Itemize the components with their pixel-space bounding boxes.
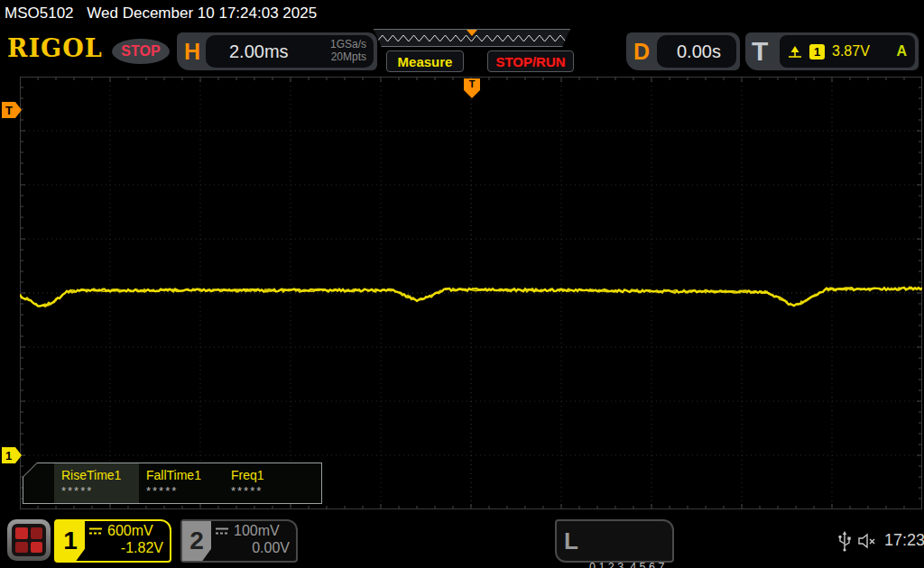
trigger-label: T xyxy=(752,36,768,67)
dc-coupling-icon xyxy=(88,527,103,536)
trigger-source-badge: 1 xyxy=(809,44,825,60)
menu-grid-square xyxy=(31,527,43,539)
bottom-bar: 1 600mV -1.82V 2 xyxy=(0,514,924,568)
header-bar: RIGOL STOP H 2.00ms 1GSa/s 20Mpts Measur… xyxy=(0,27,924,76)
measurement-value: ***** xyxy=(231,484,309,498)
datetime: Wed December 10 17:24:03 2025 xyxy=(87,5,317,22)
clock-time: 17:23 xyxy=(884,531,924,550)
horizontal-label: H xyxy=(184,39,200,65)
measurement-value: ***** xyxy=(61,484,139,498)
measurement-falltime[interactable]: FallTime1 ***** xyxy=(139,463,224,503)
trigger-position-marker[interactable]: T xyxy=(464,78,480,98)
channel2-offset: 0.00V xyxy=(215,540,290,556)
channel1-scale: 600mV xyxy=(107,523,153,539)
channel1-status-box[interactable]: 1 600mV -1.82V xyxy=(54,519,171,563)
measurement-freq[interactable]: Freq1 ***** xyxy=(224,463,309,503)
trigger-sweep-mode: A xyxy=(896,43,907,60)
timebase-value: 2.00ms xyxy=(229,41,289,62)
measure-button[interactable]: Measure xyxy=(386,50,464,72)
rising-edge-icon xyxy=(788,45,802,59)
menu-grid-square xyxy=(15,542,28,554)
measurement-label: FallTime1 xyxy=(146,468,224,482)
measurement-panel: RiseTime1 ***** FallTime1 ***** Freq1 **… xyxy=(23,463,322,504)
channel1-ground-marker[interactable]: 1 xyxy=(2,447,22,463)
logic-row-0-7: 0 1 2 3 4 5 6 7 xyxy=(589,559,686,568)
delay-menu-block[interactable]: D 0.00s xyxy=(626,32,740,70)
horizontal-values: 2.00ms 1GSa/s 20Mpts xyxy=(206,35,374,68)
channel1-values: 600mV -1.82V xyxy=(88,523,163,558)
menu-grid-square xyxy=(31,542,43,554)
trigger-values: 1 3.87V A xyxy=(780,35,915,68)
waveform-preview[interactable] xyxy=(374,29,570,47)
trigger-level-value: 3.87V xyxy=(832,43,870,60)
measurement-risetime[interactable]: RiseTime1 ***** xyxy=(54,463,139,503)
channel2-status-box[interactable]: 2 100mV 0.00V xyxy=(180,519,298,563)
delay-value: 0.00s xyxy=(677,41,721,62)
measurement-label: RiseTime1 xyxy=(61,468,139,482)
sample-rate: 1GSa/s xyxy=(330,39,366,51)
stop-run-button[interactable]: STOP/RUN xyxy=(487,50,574,72)
trigger-position-arrow-icon xyxy=(464,90,480,98)
channel2-number-tab: 2 xyxy=(182,521,211,561)
oscilloscope-screen: MSO5102 Wed December 10 17:24:03 2025 RI… xyxy=(0,0,924,568)
waveform-display[interactable] xyxy=(20,77,922,509)
graticule-and-trace xyxy=(20,77,922,509)
logic-label: L xyxy=(564,527,578,555)
delay-label: D xyxy=(633,39,650,65)
channel2-scale: 100mV xyxy=(234,523,280,539)
channel1-offset: -1.82V xyxy=(88,540,163,556)
preview-trigger-marker-icon[interactable] xyxy=(467,30,477,36)
trigger-menu-block[interactable]: T 1 3.87V A xyxy=(745,32,919,70)
measurement-label: Freq1 xyxy=(231,468,309,482)
menu-grid-icon xyxy=(12,524,46,556)
horizontal-menu-block[interactable]: H 2.00ms 1GSa/s 20Mpts xyxy=(177,32,377,70)
menu-grid-button[interactable] xyxy=(7,519,51,561)
memory-depth: 20Mpts xyxy=(330,51,366,64)
trigger-position-label: T xyxy=(464,78,480,90)
rigol-logo: RIGOL xyxy=(7,34,103,62)
delay-values: 0.00s xyxy=(657,35,736,68)
channel1-number-tab: 1 xyxy=(56,521,85,561)
logic-channels-box[interactable]: L 0 1 2 3 4 5 6 7 8 9 1011 12131415 xyxy=(555,519,674,563)
usb-icon xyxy=(837,530,852,552)
speaker-muted-icon xyxy=(857,532,877,550)
model-name: MSO5102 xyxy=(5,5,74,22)
measurement-value: ***** xyxy=(146,484,224,498)
status-bar: MSO5102 Wed December 10 17:24:03 2025 xyxy=(0,0,924,27)
measurement-panel-inner: RiseTime1 ***** FallTime1 ***** Freq1 **… xyxy=(23,463,321,503)
acquisition-status-badge: STOP xyxy=(112,39,170,64)
logic-channel-numbers: 0 1 2 3 4 5 6 7 8 9 1011 12131415 xyxy=(589,525,686,568)
dc-coupling-icon xyxy=(215,527,229,536)
menu-grid-square xyxy=(15,527,28,539)
sample-rate-depth: 1GSa/s 20Mpts xyxy=(330,39,366,64)
channel2-values: 100mV 0.00V xyxy=(215,523,290,558)
trigger-level-marker[interactable]: T xyxy=(2,102,22,118)
